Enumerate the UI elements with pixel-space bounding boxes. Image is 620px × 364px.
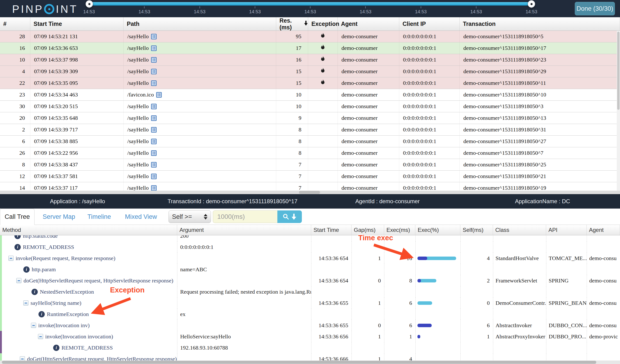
tick-label: 14:53	[296, 9, 324, 15]
column-header-num[interactable]: #	[0, 17, 30, 30]
transaction-detail-icon[interactable]	[151, 57, 157, 63]
table-row[interactable]: 1007/09 14:53:37 998/sayHello16demo-cons…	[0, 54, 620, 66]
cell-exec-pct	[415, 286, 460, 297]
tab-mixed-view[interactable]: Mixed View	[125, 209, 157, 225]
table-row[interactable]: 1607/09 14:53:36 653/sayHello17demo-cons…	[0, 42, 620, 54]
timeline-handle-left[interactable]	[86, 0, 93, 8]
column-header-agent[interactable]: Agent	[338, 17, 399, 30]
tick-line	[144, 6, 144, 8]
info-application: Application : /sayHello	[0, 198, 155, 205]
call-tree-row[interactable]: doGet(HttpServletRequest request, HttpSe…	[0, 353, 620, 361]
table-row[interactable]: 2807/09 14:53:21 131/sayHello95demo-cons…	[0, 31, 620, 42]
column-header-exception[interactable]: Exception	[308, 17, 338, 30]
table-row[interactable]: 607/09 14:53:38 885/sayHello8demo-consum…	[0, 136, 620, 147]
call-tree-row[interactable]: iREMOTE_ADDRESS192.168.93.10:60788	[0, 342, 620, 353]
info-icon: i	[15, 235, 21, 239]
collapse-icon[interactable]	[23, 300, 29, 305]
cell-agent	[587, 242, 620, 253]
table-row[interactable]: 807/09 14:53:38 437/sayHello7demo-consum…	[0, 159, 620, 171]
cell-client-ip: 0:0:0:0:0:0:0:1	[399, 147, 460, 159]
transaction-detail-icon[interactable]	[151, 139, 157, 144]
transaction-detail-icon[interactable]	[151, 150, 157, 156]
sort-desc-icon[interactable]	[304, 20, 308, 27]
call-tree-row[interactable]: iREMOTE_ADDRESS0:0:0:0:0:0:0:1	[0, 242, 620, 253]
cell-class	[493, 353, 546, 361]
tab-call-tree[interactable]: Call Tree	[0, 209, 34, 225]
h-scrollbar-thumb[interactable]	[2, 361, 596, 364]
collapse-icon[interactable]	[16, 278, 21, 283]
call-tree-row[interactable]: ihttp.paramname=ABC	[0, 264, 620, 275]
table-row[interactable]: 407/09 14:53:39 309/sayHello15demo-consu…	[0, 66, 620, 77]
tick-label: 14:53	[352, 9, 379, 15]
call-tree-row[interactable]: iNestedServletExceptionRequest processin…	[0, 286, 620, 297]
collapse-icon[interactable]	[20, 356, 25, 361]
transaction-detail-icon[interactable]	[156, 92, 162, 98]
cell-exception	[308, 159, 338, 170]
search-button[interactable]	[277, 211, 302, 223]
cell-exception	[308, 42, 338, 54]
table-row[interactable]: 2207/09 14:53:35 095/sayHello15demo-cons…	[0, 77, 620, 89]
transaction-detail-icon[interactable]	[151, 34, 157, 39]
cell-api	[546, 308, 587, 320]
cell-path: /sayHello	[124, 159, 276, 170]
cell-num: 4	[0, 66, 30, 77]
table-row[interactable]: 207/09 14:53:39 717/sayHello8demo-consum…	[0, 124, 620, 136]
timeline-tick: 14:53	[352, 6, 379, 15]
transaction-detail-icon[interactable]	[151, 174, 157, 179]
tick-line	[310, 6, 310, 8]
transaction-detail-icon[interactable]	[151, 69, 157, 74]
transaction-detail-icon[interactable]	[151, 80, 157, 86]
threshold-input[interactable]	[213, 211, 277, 223]
transaction-detail-icon[interactable]	[151, 127, 157, 133]
call-tree-row[interactable]: invoke(Invocation inv)14:53:36 655066Abs…	[0, 320, 620, 331]
column-header-transaction[interactable]: Transaction	[460, 17, 620, 30]
transaction-detail-icon[interactable]	[151, 46, 157, 51]
call-tree-row[interactable]: doGet(HttpServletRequest request, HttpSe…	[0, 275, 620, 286]
self-threshold-select[interactable]: Self >=	[169, 211, 211, 223]
timeline-handle-right[interactable]	[528, 0, 535, 8]
cell-argument	[177, 297, 311, 308]
cell-transaction: demo-consumer^1531118918050^5	[460, 31, 620, 42]
cell-gap-ms: 0	[352, 275, 384, 286]
column-header-label: Exception	[311, 20, 339, 27]
transaction-detail-icon[interactable]	[151, 115, 157, 121]
cell-class	[493, 342, 546, 353]
transaction-detail-icon[interactable]	[151, 185, 157, 191]
cell-agent: demo-consumer	[338, 77, 399, 89]
h-scrollbar-thumb[interactable]	[299, 191, 320, 194]
table-row[interactable]: 1407/09 14:53:37 117/sayHello7demo-consu…	[0, 182, 620, 191]
path-label: /favicon.ico	[127, 91, 154, 98]
collapse-icon[interactable]	[31, 323, 36, 328]
transaction-detail-icon[interactable]	[151, 162, 157, 167]
call-tree-row[interactable]: iRuntimeExceptionex	[0, 308, 620, 320]
collapse-icon[interactable]	[38, 334, 43, 339]
table-row[interactable]: 2307/09 14:53:34 463/favicon.ico10demo-c…	[0, 89, 620, 101]
flame-icon	[320, 33, 326, 41]
table-row[interactable]: 2607/09 14:53:22 956/sayHello8demo-consu…	[0, 147, 620, 159]
exec-bar-self	[418, 279, 421, 282]
column-header-start-time[interactable]: Start Time	[30, 17, 124, 30]
done-button[interactable]: Done (30/30)	[575, 2, 615, 15]
call-tree-row[interactable]: ihttp.status.code200	[0, 235, 620, 242]
agent-strip-consumer	[0, 235, 2, 331]
call-tree-row[interactable]: invoke(Request request, Response respons…	[0, 253, 620, 264]
cell-response-ms: 9	[276, 112, 308, 124]
cell-self-ms: 1	[460, 331, 493, 342]
column-header-exec-pct: Exec(%)	[415, 225, 460, 235]
v-scrollbar-thumb[interactable]	[617, 32, 620, 110]
column-header-path[interactable]: Path	[124, 17, 276, 30]
tab-server-map[interactable]: Server Map	[43, 209, 75, 225]
column-header-response-ms[interactable]: Res. (ms)	[276, 17, 308, 30]
column-header-client-ip[interactable]: Client IP	[399, 17, 460, 30]
cell-transaction: demo-consumer^1531118918050^25	[460, 159, 620, 170]
timeline-track[interactable]	[89, 2, 531, 6]
call-tree-row[interactable]: invoke(Invocation invocation)HelloServic…	[0, 331, 620, 342]
cell-agent: demo-consumer	[338, 66, 399, 77]
table-row[interactable]: 3007/09 14:53:20 515/sayHello10demo-cons…	[0, 101, 620, 112]
table-row[interactable]: 2007/09 14:53:35 648/sayHello9demo-consu…	[0, 112, 620, 124]
tab-timeline[interactable]: Timeline	[87, 209, 111, 225]
transaction-detail-icon[interactable]	[151, 104, 157, 109]
call-tree-row[interactable]: sayHello(String name)14:53:36 655160Demo…	[0, 297, 620, 308]
collapse-icon[interactable]	[8, 256, 14, 261]
table-row[interactable]: 1207/09 14:53:37 581/sayHello7demo-consu…	[0, 171, 620, 182]
